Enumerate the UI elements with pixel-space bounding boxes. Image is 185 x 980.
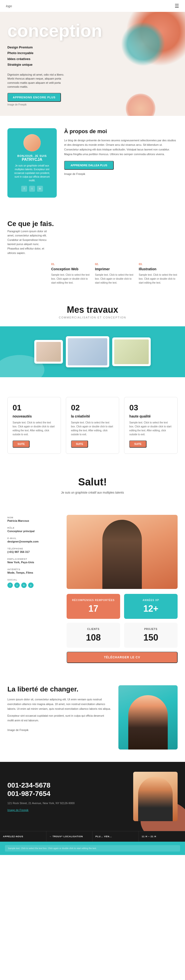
contact-phone-1: 001-234-5678: [7, 781, 126, 789]
feature-btn-2[interactable]: SUITE: [129, 441, 146, 448]
profile-socials: f y in p: [7, 582, 62, 588]
feature-title-0: nouveautés: [13, 414, 56, 418]
about-name: PATRYCJA: [12, 158, 52, 162]
profile-field-social: SOCIAL f y in p: [7, 577, 62, 588]
contact-phone-2: 001-987-7654: [7, 789, 126, 798]
download-cv-button[interactable]: TÉLÉCHARGER LE CV: [66, 652, 178, 663]
footer-nav-item-0[interactable]: APPELEZ-NOUS: [0, 831, 46, 842]
about-content: À propos de moi Le blog de design présen…: [64, 128, 178, 181]
work-images: [7, 336, 178, 368]
service-title-1: Conception Web: [51, 267, 90, 271]
profile-facebook-icon[interactable]: f: [7, 582, 13, 588]
stat-box-rewards: RÉCOMPENSES REMPORTÉES 17: [66, 594, 120, 619]
avatar: [24, 134, 41, 151]
facebook-icon[interactable]: f: [21, 186, 27, 192]
footer-nav-item-2[interactable]: PLU... VEN...: [93, 831, 139, 842]
service-text-3: Sample text. Click to select the text bo…: [139, 273, 178, 285]
profile-pinterest-icon[interactable]: p: [28, 582, 33, 588]
work-visual: [0, 326, 185, 377]
feature-card-2: 03 haute qualité Sample text. Click to s…: [124, 397, 178, 454]
services-section: Ce que je fais. Paragraph Lorem ipsum do…: [0, 210, 185, 295]
stat-value-years: 12+: [128, 603, 174, 614]
profile-value-role: Concepteur principal: [7, 530, 62, 533]
service-item-0: [7, 262, 46, 285]
profile-field-interests: INTÉRÊTS Mode, Temps, Films: [7, 567, 62, 574]
service-num-1: 01.: [51, 262, 90, 266]
greeting-section: Salut! Je suis un graphiste créatif aux …: [0, 464, 185, 515]
hero-cta-button[interactable]: APPRENONS ENCORE PLUS: [7, 93, 61, 102]
profile-linkedin-icon[interactable]: in: [21, 582, 27, 588]
service-text-2: Sample text. Click to select the text bo…: [95, 273, 134, 285]
feature-2: Photo incroyable: [7, 50, 178, 56]
profile-label-social: SOCIAL: [7, 579, 17, 581]
feature-btn-1[interactable]: SUITE: [71, 441, 88, 448]
feature-desc-0: Sample text. Click to select the text bo…: [13, 421, 56, 436]
work-card-2[interactable]: [66, 336, 109, 368]
stat-box-projects: PROJETS 150: [124, 623, 178, 648]
service-item-1: 01. Conception Web Sample text. Click to…: [51, 262, 90, 285]
freedom-photo: [119, 685, 178, 749]
feature-num-1: 02: [71, 403, 114, 412]
profile-field-role: RÔLE Concepteur principal: [7, 525, 62, 533]
freedom-content: La liberté de changer. Lorem ipsum dolor…: [7, 685, 111, 735]
stat-label-projects: PROJETS: [128, 628, 174, 630]
feature-btn-0[interactable]: SUITE: [13, 441, 30, 448]
service-title-2: Imprimer: [95, 267, 134, 271]
work-card-3[interactable]: [112, 337, 151, 366]
person-silhouette: [102, 520, 142, 589]
about-card-desc: Je suis un graphiste créatif aux multipl…: [12, 164, 52, 182]
hero-description: Dignissim adipiscing sit amet, odio nisl…: [7, 73, 71, 89]
profile-value-loc: New York, Pays-Unis: [7, 561, 62, 564]
footer-nav-label-1: → TROUV* LOCALISATION: [49, 835, 90, 838]
profile-value-interests: Mode, Temps, Films: [7, 571, 62, 574]
freedom-person-silhouette: [128, 695, 168, 749]
feature-3: Idées créatives: [7, 56, 178, 62]
freedom-text-1: Lorem ipsum dolor sit, consectetur adipi…: [7, 697, 111, 711]
profile-field-loc: EMPLACEMENT New York, Pays-Unis: [7, 556, 62, 564]
feature-title-2: haute qualité: [129, 414, 172, 418]
contact-section: 001-234-5678 001-987-7654 121 Rock Stree…: [0, 762, 185, 831]
feature-num-0: 01: [13, 403, 56, 412]
contact-address: 121 Rock Street, 21 Avenue, New York, NY…: [7, 801, 126, 806]
hero-section: conception Design Premium Photo incroyab…: [0, 12, 185, 116]
stats-column: RÉCOMPENSES REMPORTÉES 17 ANNÉES XP 12+ …: [62, 515, 178, 663]
profile-field-nom: NOM Patricia Marcoux: [7, 515, 62, 522]
profile-label-loc: EMPLACEMENT: [7, 558, 27, 560]
contact-person-silhouette: [138, 777, 173, 821]
profile-youtube-icon[interactable]: y: [14, 582, 20, 588]
work-card-1[interactable]: [34, 340, 63, 364]
service-item-3: 03. Illustration Sample text. Click to s…: [139, 262, 178, 285]
contact-photo: [133, 772, 178, 821]
freedom-text-2: Excepteur sint occaecat cupidatat non pr…: [7, 713, 111, 722]
stat-box-clients: CLIENTS 108: [66, 623, 120, 648]
freedom-section: La liberté de changer. Lorem ipsum dolor…: [0, 673, 185, 762]
feature-desc-1: Sample text. Click to select the text bo…: [71, 421, 114, 436]
profile-value-nom: Patricia Marcoux: [7, 519, 62, 522]
feature-card-0: 01 nouveautés Sample text. Click to sele…: [7, 397, 61, 454]
footer-nav: APPELEZ-NOUS → TROUV* LOCALISATION PLU..…: [0, 831, 185, 842]
profile-value-tel: (+01) 987 356 317: [7, 550, 62, 554]
features-section: 01 nouveautés Sample text. Click to sele…: [0, 387, 185, 464]
linkedin-icon[interactable]: in: [37, 186, 43, 192]
hero-title: conception: [7, 22, 178, 40]
profile-field-email: E-MAIL designer@exemple.com: [7, 536, 62, 543]
twitter-icon[interactable]: t: [29, 186, 35, 192]
footer-nav-item-3[interactable]: 11 H – 21 H: [139, 831, 185, 842]
about-cta-button[interactable]: APPRENDRE DALLEA PLUS: [64, 161, 114, 170]
greeting-title: Salut!: [7, 476, 178, 488]
service-item-2: 02. Imprimer Sample text. Click to selec…: [95, 262, 134, 285]
profile-label-role: RÔLE: [7, 527, 14, 529]
services-description: Paragraph Lorem ipsum dolor sit amet, co…: [7, 229, 52, 255]
footer-nav-item-1[interactable]: → TROUV* LOCALISATION: [46, 831, 93, 842]
stats-photo: [66, 515, 178, 589]
service-title-3: Illustration: [139, 267, 178, 271]
bottom-edit-bar: Sample text. Click to select the text bo…: [0, 842, 185, 855]
about-text: Le blog de design présente de bonnes œuv…: [64, 138, 178, 157]
menu-icon[interactable]: ☰: [175, 3, 179, 9]
service-num-3: 03.: [139, 262, 178, 266]
services-title: Ce que je fais.: [7, 220, 178, 228]
profile-value-email: designer@exemple.com: [7, 540, 62, 543]
profile-label-interests: INTÉRÊTS: [7, 568, 21, 571]
stat-label-clients: CLIENTS: [71, 628, 116, 630]
services-grid: 01. Conception Web Sample text. Click to…: [7, 262, 178, 285]
